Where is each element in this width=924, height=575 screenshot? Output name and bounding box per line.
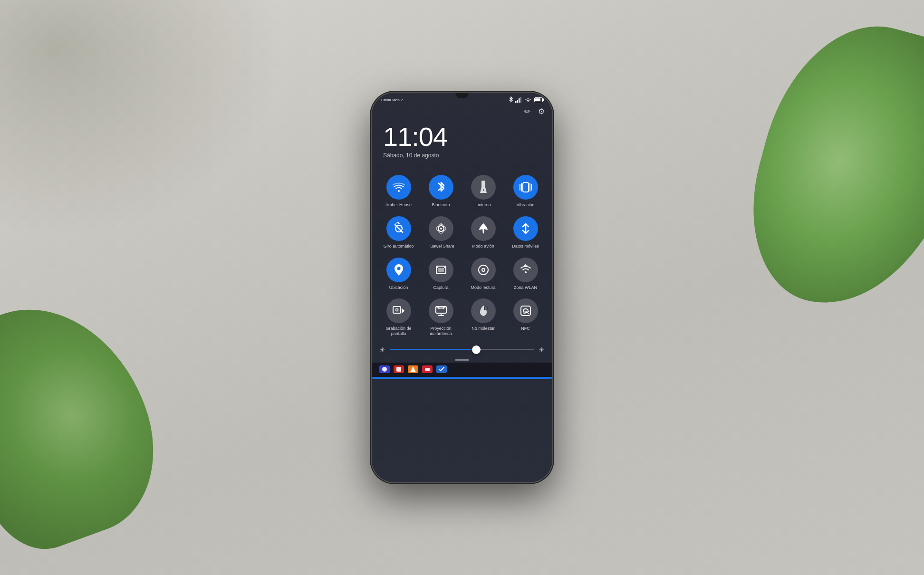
mobile-data-icon bbox=[520, 222, 532, 235]
brightness-thumb[interactable] bbox=[472, 345, 481, 354]
dock-app-icon-2 bbox=[395, 366, 402, 373]
wifi-tile-icon bbox=[386, 175, 411, 200]
brightness-row: ☀ ☀ bbox=[372, 340, 552, 357]
dock-icons bbox=[379, 365, 545, 373]
svg-point-34 bbox=[396, 309, 397, 311]
huawei-share-icon bbox=[434, 222, 448, 235]
wireless-proj-tile-label: Proyección inalámbrica bbox=[422, 326, 460, 336]
dock-icon-2[interactable] bbox=[394, 365, 404, 373]
huawei-share-tile-label: Huawei Share bbox=[427, 244, 454, 249]
nfc-tile-label: NFC bbox=[521, 326, 530, 331]
tile-screen-record[interactable]: Grabación de pantalla bbox=[377, 294, 420, 340]
screenshot-icon bbox=[435, 264, 447, 276]
svg-point-4 bbox=[398, 190, 400, 192]
tile-nfc[interactable]: NFC NFC bbox=[504, 294, 547, 340]
rotation-tile-label: Giro automático bbox=[384, 244, 414, 249]
tile-vibration[interactable]: Vibración bbox=[504, 170, 547, 211]
tile-wireless-proj[interactable]: Proyección inalámbrica bbox=[420, 294, 462, 340]
bottom-bar bbox=[372, 377, 552, 379]
screen-record-tile-label: Grabación de pantalla bbox=[379, 326, 418, 336]
svg-point-29 bbox=[482, 269, 484, 271]
screenshot-tile-icon bbox=[429, 258, 453, 282]
svg-rect-42 bbox=[396, 367, 401, 372]
dnd-tile-label: No molestar bbox=[472, 326, 495, 331]
settings-button[interactable]: ⚙ bbox=[538, 107, 545, 116]
edit-button[interactable]: ✏ bbox=[524, 107, 530, 116]
reading-mode-tile-label: Modo lectura bbox=[471, 285, 495, 290]
bluetooth-icon bbox=[436, 181, 446, 194]
bluetooth-status-icon bbox=[509, 96, 513, 103]
tile-screenshot[interactable]: Captura bbox=[420, 253, 462, 294]
wifi-icon bbox=[393, 182, 405, 192]
swipe-indicator bbox=[372, 357, 552, 363]
location-tile-icon bbox=[386, 258, 411, 282]
tile-wifi[interactable]: Amber House bbox=[377, 170, 420, 211]
svg-point-22 bbox=[397, 267, 400, 270]
airplane-tile-icon bbox=[471, 216, 496, 241]
quick-tiles-grid: Amber House Bluetooth bbox=[372, 166, 552, 340]
tile-wifi-hotspot[interactable]: Zona WLAN bbox=[504, 253, 547, 294]
vibration-tile-icon bbox=[513, 175, 538, 200]
clock-time: 11:04 bbox=[383, 124, 541, 150]
svg-point-30 bbox=[525, 271, 527, 273]
battery-icon bbox=[534, 97, 543, 102]
screen-record-tile-icon bbox=[386, 298, 411, 323]
flashlight-tile-icon bbox=[471, 175, 496, 200]
wifi-hotspot-tile-label: Zona WLAN bbox=[514, 285, 537, 290]
dock-icon-1[interactable] bbox=[379, 365, 390, 373]
wifi-hotspot-icon bbox=[520, 264, 532, 276]
svg-rect-0 bbox=[515, 101, 517, 103]
wifi-hotspot-tile-icon bbox=[513, 258, 538, 282]
svg-point-41 bbox=[382, 367, 387, 372]
dnd-tile-icon bbox=[471, 298, 496, 323]
tile-airplane[interactable]: Modo avión bbox=[462, 211, 504, 253]
nfc-icon: NFC bbox=[520, 305, 532, 317]
tile-huawei-share[interactable]: Huawei Share bbox=[420, 211, 462, 253]
tile-bluetooth[interactable]: Bluetooth bbox=[420, 170, 462, 211]
rotation-icon bbox=[393, 222, 405, 235]
brightness-track[interactable] bbox=[390, 349, 534, 350]
nfc-tile-icon: NFC bbox=[513, 298, 538, 323]
vibration-icon bbox=[519, 181, 532, 194]
flashlight-tile-label: Linterna bbox=[475, 202, 491, 208]
svg-text:NFC: NFC bbox=[523, 311, 529, 314]
tile-location[interactable]: Ubicación bbox=[377, 253, 420, 294]
location-tile-label: Ubicación bbox=[389, 285, 408, 290]
svg-rect-3 bbox=[520, 97, 522, 103]
brightness-high-icon: ☀ bbox=[539, 346, 545, 354]
tile-rotation[interactable]: Giro automático bbox=[377, 211, 420, 253]
dock-app-icon-1 bbox=[381, 366, 388, 373]
flashlight-icon bbox=[478, 181, 489, 194]
carrier-text: China Mobile bbox=[381, 98, 404, 102]
dock-icon-5[interactable] bbox=[436, 365, 447, 373]
dock-icon-3[interactable] bbox=[408, 365, 418, 373]
brightness-low-icon: ☀ bbox=[379, 346, 385, 354]
reading-mode-tile-icon bbox=[471, 258, 496, 282]
svg-marker-32 bbox=[402, 308, 404, 314]
svg-rect-24 bbox=[438, 268, 444, 272]
screenshot-tile-label: Captura bbox=[433, 285, 448, 290]
wifi-tile-label: Amber House bbox=[385, 202, 412, 208]
dock-icon-4[interactable] bbox=[422, 365, 433, 373]
screen-record-icon bbox=[392, 306, 405, 316]
bluetooth-tile-icon bbox=[429, 175, 453, 200]
huawei-share-tile-icon bbox=[429, 216, 453, 241]
tile-dnd[interactable]: No molestar bbox=[462, 294, 504, 340]
bluetooth-tile-label: Bluetooth bbox=[432, 202, 450, 208]
svg-rect-44 bbox=[425, 368, 430, 371]
screen: China Mobile bbox=[372, 93, 552, 482]
svg-rect-1 bbox=[517, 100, 519, 103]
airplane-tile-label: Modo avión bbox=[472, 244, 494, 249]
dock-app-icon-5 bbox=[438, 366, 445, 373]
top-action-icons: ✏ ⚙ bbox=[372, 105, 552, 120]
airplane-icon bbox=[477, 222, 490, 235]
tile-reading-mode[interactable]: Modo lectura bbox=[462, 253, 504, 294]
phone-shell: China Mobile bbox=[372, 93, 552, 482]
rotation-tile-icon bbox=[386, 216, 411, 241]
tile-flashlight[interactable]: Linterna bbox=[462, 170, 504, 211]
wifi-status-icon bbox=[525, 97, 531, 103]
signal-icon bbox=[515, 97, 523, 103]
tile-mobile-data[interactable]: Datos móviles bbox=[504, 211, 547, 253]
dock-area bbox=[372, 363, 552, 377]
dnd-icon bbox=[477, 305, 490, 317]
